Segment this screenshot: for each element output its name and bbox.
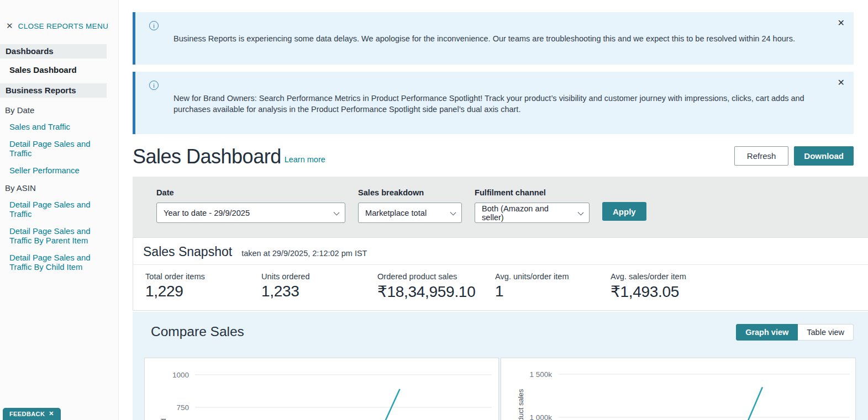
sidebar-section-business-reports: Business Reports (0, 83, 107, 98)
metric-total-order-items: Total order items 1,229 (145, 272, 261, 301)
fulfilment-channel-value: Both (Amazon and seller) (482, 204, 572, 222)
table-view-button[interactable]: Table view (798, 324, 854, 341)
svg-text:1 000k: 1 000k (529, 413, 552, 420)
metric-avg-sales-per-order: Avg. sales/order item ₹1,493.05 (611, 272, 686, 301)
reports-sidebar: ✕ CLOSE REPORTS MENU Dashboards Sales Da… (0, 0, 119, 420)
compare-sales-header: Compare Sales Graph view Table view (133, 312, 868, 339)
sidebar-item-detail-page-sales-traffic-asin[interactable]: Detail Page Sales and Traffic (9, 200, 103, 219)
feedback-button[interactable]: FEEDBACK ✕ (3, 408, 61, 420)
data-delay-banner: i Business Reports is experiencing some … (133, 12, 854, 65)
ordered-product-sales-chart: 1 500k1 000kOrdered product sales (501, 358, 855, 420)
sales-snapshot-metrics: Total order items 1,229 Units ordered 1,… (133, 265, 868, 301)
main-content: i Business Reports is experiencing some … (119, 0, 868, 420)
sidebar-item-sales-and-traffic[interactable]: Sales and Traffic (9, 123, 103, 132)
date-select[interactable]: Year to date - 29/9/2025 (156, 203, 345, 223)
apply-button[interactable]: Apply (602, 202, 646, 221)
date-filter-group: Date Year to date - 29/9/2025 (156, 188, 345, 223)
data-delay-banner-text: Business Reports is experiencing some da… (173, 33, 822, 44)
chevron-down-icon (578, 210, 584, 216)
sidebar-item-detail-page-sales-traffic-child[interactable]: Detail Page Sales and Traffic By Child I… (9, 253, 103, 272)
compare-sales-charts: 1000750Units ordered 1 500k1 000kOrdered… (144, 358, 856, 420)
date-filter-label: Date (156, 188, 345, 197)
sales-breakdown-filter-group: Sales breakdown Marketplace total (358, 188, 462, 223)
metric-ordered-product-sales: Ordered product sales ₹18,34,959.10 (377, 272, 495, 301)
ordered-product-sales-chart-card: 1 500k1 000kOrdered product sales (501, 358, 856, 420)
page-title: Sales Dashboard (133, 144, 281, 169)
svg-text:Ordered product sales: Ordered product sales (517, 389, 525, 420)
svg-text:1000: 1000 (172, 371, 189, 379)
close-reports-menu-button[interactable]: ✕ CLOSE REPORTS MENU (6, 21, 118, 31)
sales-snapshot-title: Sales Snapshot (143, 244, 232, 259)
close-icon: ✕ (6, 21, 13, 31)
banner-close-button[interactable]: ✕ (838, 18, 845, 28)
compare-sales-title: Compare Sales (151, 324, 244, 339)
chevron-down-icon (450, 210, 456, 216)
sidebar-item-seller-performance[interactable]: Seller Performance (9, 166, 103, 176)
business-reports-page: ✕ CLOSE REPORTS MENU Dashboards Sales Da… (0, 0, 868, 420)
sales-breakdown-label: Sales breakdown (358, 188, 462, 197)
brand-owners-banner-text: New for Brand Owners: Search Performance… (173, 93, 822, 115)
refresh-button[interactable]: Refresh (734, 146, 789, 166)
svg-text:1 500k: 1 500k (529, 370, 552, 379)
sidebar-item-detail-page-sales-traffic-parent[interactable]: Detail Page Sales and Traffic By Parent … (9, 227, 103, 246)
filter-bar: Date Year to date - 29/9/2025 Sales brea… (133, 177, 868, 237)
metric-avg-units-per-order: Avg. units/order item 1 (495, 272, 611, 301)
sidebar-item-sales-dashboard[interactable]: Sales Dashboard (9, 65, 118, 75)
date-select-value: Year to date - 29/9/2025 (164, 209, 250, 217)
sidebar-subheader-by-date: By Date (5, 105, 118, 115)
sidebar-section-dashboards: Dashboards (0, 44, 107, 59)
sales-breakdown-select[interactable]: Marketplace total (358, 203, 462, 223)
sidebar-subheader-by-asin: By ASIN (5, 183, 118, 193)
feedback-close-icon: ✕ (49, 410, 54, 417)
fulfilment-channel-filter-group: Fulfilment channel Both (Amazon and sell… (475, 188, 590, 223)
metric-units-ordered: Units ordered 1,233 (261, 272, 377, 301)
close-reports-menu-label: CLOSE REPORTS MENU (18, 22, 108, 30)
view-toggle: Graph view Table view (736, 324, 854, 341)
header-actions: Refresh Download (734, 146, 854, 169)
units-ordered-chart: 1000750Units ordered (145, 358, 498, 420)
units-ordered-chart-card: 1000750Units ordered (144, 358, 499, 420)
banner-close-button[interactable]: ✕ (838, 77, 845, 88)
brand-owners-banner: i New for Brand Owners: Search Performan… (133, 72, 854, 134)
compare-sales-section: Compare Sales Graph view Table view 1000… (133, 312, 868, 420)
download-button[interactable]: Download (794, 146, 854, 166)
sales-snapshot-section: Sales Snapshot taken at 29/9/2025, 2:12:… (133, 237, 868, 311)
svg-text:750: 750 (176, 403, 189, 412)
fulfilment-channel-select[interactable]: Both (Amazon and seller) (475, 203, 590, 223)
info-icon: i (149, 81, 159, 90)
sales-breakdown-value: Marketplace total (365, 209, 427, 217)
sidebar-item-detail-page-sales-traffic-date[interactable]: Detail Page Sales and Traffic (9, 140, 103, 158)
chevron-down-icon (334, 210, 340, 216)
feedback-label: FEEDBACK (9, 411, 45, 417)
graph-view-button[interactable]: Graph view (736, 324, 798, 341)
info-icon: i (149, 21, 159, 30)
page-header: Sales Dashboard Learn more Refresh Downl… (133, 139, 854, 169)
fulfilment-channel-label: Fulfilment channel (475, 188, 590, 197)
sales-snapshot-timestamp: taken at 29/9/2025, 2:12:02 pm IST (241, 249, 367, 258)
sales-snapshot-header: Sales Snapshot taken at 29/9/2025, 2:12:… (133, 238, 868, 265)
learn-more-link[interactable]: Learn more (285, 155, 325, 164)
